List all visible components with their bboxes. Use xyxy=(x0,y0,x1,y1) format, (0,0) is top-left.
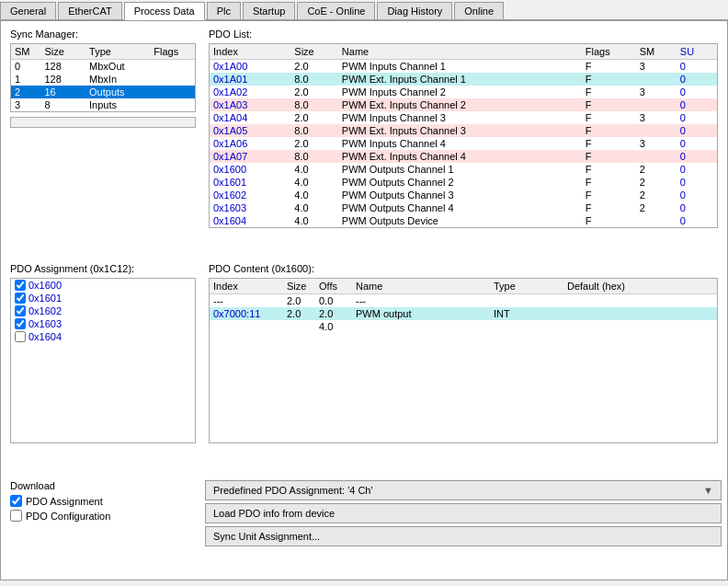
flags-cell xyxy=(150,86,195,98)
content-offs-cell: 2.0 xyxy=(315,307,352,320)
pdo-su-header: SU xyxy=(677,44,717,60)
predefined-pdo-button[interactable]: Predefined PDO Assignment: '4 Ch' ▼ xyxy=(205,480,722,500)
content-offs-cell: 4.0 xyxy=(315,320,352,333)
size-cell: 128 xyxy=(40,60,85,74)
dropdown-arrow-icon: ▼ xyxy=(703,485,713,496)
type-cell: MbxIn xyxy=(85,73,150,86)
pdo-sm-cell xyxy=(636,214,677,227)
pdo-index-cell: 0x1600 xyxy=(210,163,290,176)
pdo-list-panel: PDO List: Index Size Name Flags SM SU 0x… xyxy=(205,27,722,256)
table-row[interactable]: 0x1600 4.0 PWM Outputs Channel 1 F 2 0 xyxy=(210,163,717,176)
table-row[interactable]: 0x1A07 8.0 PWM Ext. Inputs Channel 4 F 0 xyxy=(210,150,717,163)
pdo-index-cell: 0x1A06 xyxy=(210,137,290,150)
pdo-content-table: Index Size Offs Name Type Default (hex) … xyxy=(210,279,717,333)
type-cell: Outputs xyxy=(85,86,150,98)
sync-unit-button[interactable]: Sync Unit Assignment... xyxy=(205,526,722,546)
pdo-sm-cell: 3 xyxy=(636,111,677,124)
table-row[interactable]: 0x1603 4.0 PWM Outputs Channel 4 F 2 0 xyxy=(210,201,717,214)
table-row[interactable]: 0 128 MbxOut xyxy=(11,60,195,74)
tab-coe---online[interactable]: CoE - Online xyxy=(297,2,375,19)
table-row[interactable]: 4.0 xyxy=(210,320,717,333)
pdo-assignment-checkbox[interactable] xyxy=(10,495,22,507)
assign-checkbox-3[interactable] xyxy=(15,318,26,329)
table-row[interactable]: 0x1A01 8.0 PWM Ext. Inputs Channel 1 F 0 xyxy=(210,73,717,86)
content-type-header: Type xyxy=(490,279,563,294)
content-default-cell xyxy=(563,320,717,333)
table-row[interactable]: 0x1A03 8.0 PWM Ext. Inputs Channel 2 F 0 xyxy=(210,98,717,111)
size-cell: 8 xyxy=(40,98,85,111)
pdo-flags-cell: F xyxy=(582,98,636,111)
table-row[interactable]: 3 8 Inputs xyxy=(11,98,195,111)
pdo-config-checkbox[interactable] xyxy=(10,510,22,522)
pdo-size-cell: 4.0 xyxy=(290,189,338,201)
content-name-header: Name xyxy=(352,279,490,294)
table-row[interactable]: 0x1602 4.0 PWM Outputs Channel 3 F 2 0 xyxy=(210,189,717,201)
tab-online[interactable]: Online xyxy=(454,2,504,19)
tab-plc[interactable]: Plc xyxy=(207,2,241,19)
table-row[interactable]: 0x1601 4.0 PWM Outputs Channel 2 F 2 0 xyxy=(210,176,717,189)
pdo-name-cell: PWM Outputs Channel 4 xyxy=(338,201,582,214)
pdo-size-cell: 4.0 xyxy=(290,201,338,214)
table-row[interactable]: 0x7000:11 2.0 2.0 PWM output INT xyxy=(210,307,717,320)
pdo-name-cell: PWM Inputs Channel 3 xyxy=(338,111,582,124)
content-type-cell xyxy=(490,294,563,308)
pdo-name-cell: PWM Outputs Channel 3 xyxy=(338,189,582,201)
list-item: 0x1604 xyxy=(11,330,195,343)
load-pdo-button[interactable]: Load PDO info from device xyxy=(205,503,722,523)
pdo-flags-cell: F xyxy=(582,137,636,150)
tab-general[interactable]: General xyxy=(0,2,56,19)
tab-startup[interactable]: Startup xyxy=(243,2,295,19)
tab-ethercat[interactable]: EtherCAT xyxy=(58,2,121,19)
pdo-name-cell: PWM Outputs Device xyxy=(338,214,582,227)
pdo-sm-cell xyxy=(636,150,677,163)
pdo-index-cell: 0x1A01 xyxy=(210,73,290,86)
pdo-sm-cell: 3 xyxy=(636,86,677,98)
pdo-flags-cell: F xyxy=(582,73,636,86)
sync-horizontal-scrollbar[interactable] xyxy=(10,117,196,128)
flags-cell xyxy=(150,98,195,111)
sync-manager-table-container: SM Size Type Flags 0 128 MbxOut 1 128 Mb… xyxy=(10,43,196,112)
table-row[interactable]: 0x1A05 8.0 PWM Ext. Inputs Channel 3 F 0 xyxy=(210,124,717,137)
table-row[interactable]: 1 128 MbxIn xyxy=(11,73,195,86)
table-row[interactable]: 0x1A04 2.0 PWM Inputs Channel 3 F 3 0 xyxy=(210,111,717,124)
sm-cell: 2 xyxy=(11,86,40,98)
table-row[interactable]: 0x1A06 2.0 PWM Inputs Channel 4 F 3 0 xyxy=(210,137,717,150)
pdo-sm-cell: 3 xyxy=(636,60,677,74)
sync-manager-title: Sync Manager: xyxy=(6,27,199,41)
content-size-cell: 2.0 xyxy=(283,307,315,320)
pdo-index-cell: 0x1604 xyxy=(210,214,290,227)
content-name-cell xyxy=(352,320,490,333)
sync-unit-label: Sync Unit Assignment... xyxy=(213,531,320,542)
pdo-sm-cell: 2 xyxy=(636,201,677,214)
table-row[interactable]: 0x1A02 2.0 PWM Inputs Channel 2 F 3 0 xyxy=(210,86,717,98)
flags-col-header: Flags xyxy=(150,44,195,60)
pdo-su-cell: 0 xyxy=(677,176,717,189)
download-title: Download xyxy=(10,480,196,491)
flags-cell xyxy=(150,73,195,86)
table-row[interactable]: 0x1604 4.0 PWM Outputs Device F 0 xyxy=(210,214,717,227)
assign-checkbox-4[interactable] xyxy=(15,331,26,342)
tab-diag-history[interactable]: Diag History xyxy=(377,2,452,19)
assign-checkbox-2[interactable] xyxy=(15,305,26,316)
pdo-flags-cell: F xyxy=(582,150,636,163)
content-name-cell: --- xyxy=(352,294,490,308)
pdo-index-cell: 0x1A05 xyxy=(210,124,290,137)
pdo-name-cell: PWM Inputs Channel 4 xyxy=(338,137,582,150)
content-default-header: Default (hex) xyxy=(563,279,717,294)
sync-manager-table: SM Size Type Flags 0 128 MbxOut 1 128 Mb… xyxy=(11,44,195,111)
pdo-list-title: PDO List: xyxy=(205,27,722,41)
predefined-pdo-label: Predefined PDO Assignment: '4 Ch' xyxy=(213,485,373,496)
table-row[interactable]: 0x1A00 2.0 PWM Inputs Channel 1 F 3 0 xyxy=(210,60,717,74)
assign-checkbox-1[interactable] xyxy=(15,293,26,304)
pdo-index-cell: 0x1A03 xyxy=(210,98,290,111)
table-row[interactable]: 2 16 Outputs xyxy=(11,86,195,98)
table-row[interactable]: --- 2.0 0.0 --- xyxy=(210,294,717,308)
pdo-size-cell: 2.0 xyxy=(290,111,338,124)
bottom-area: Download PDO Assignment PDO Configuratio… xyxy=(6,477,722,574)
pdo-su-cell: 0 xyxy=(677,137,717,150)
pdo-sm-cell: 2 xyxy=(636,176,677,189)
pdo-size-cell: 2.0 xyxy=(290,137,338,150)
pdo-index-cell: 0x1603 xyxy=(210,201,290,214)
tab-process-data[interactable]: Process Data xyxy=(124,2,205,20)
assign-checkbox-0[interactable] xyxy=(15,280,26,291)
